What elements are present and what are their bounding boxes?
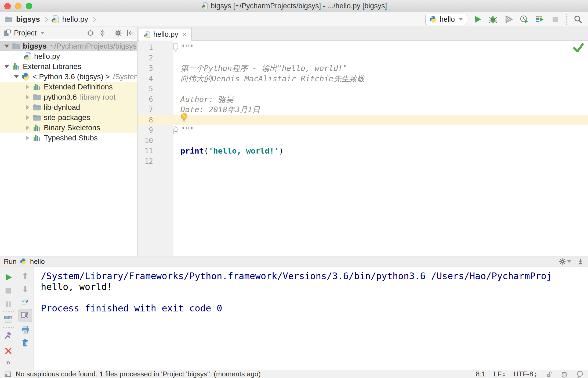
- line-number: 10: [137, 136, 173, 146]
- tree-item-python-3-6-bigsys[interactable]: < Python 3.6 (bigsys) >/System: [0, 72, 137, 82]
- editor-line-6[interactable]: 6Author: 骆昊: [137, 94, 588, 105]
- run-configuration-select[interactable]: hello: [425, 14, 467, 25]
- fold-marker-down-icon[interactable]: [172, 43, 179, 52]
- soft-wrap-button[interactable]: [21, 297, 30, 307]
- run-settings-button[interactable]: [558, 258, 571, 265]
- gear-icon[interactable]: [114, 29, 122, 37]
- close-window-button[interactable]: [4, 3, 11, 9]
- tree-item-label: lib-dynload: [44, 103, 80, 112]
- toolbar-separator: [110, 29, 110, 37]
- clear-console-button[interactable]: [21, 338, 30, 347]
- collapse-all-icon[interactable]: [98, 29, 106, 37]
- chevron-right-icon[interactable]: [23, 125, 33, 130]
- run-panel-title[interactable]: Run: [4, 257, 17, 266]
- editor-line-4[interactable]: 4向伟大的Dennis MacAlistair Ritchie先生致敬: [137, 74, 588, 84]
- zoom-window-button[interactable]: [26, 3, 32, 9]
- folder-icon: [33, 103, 41, 112]
- inspection-ok-check-icon[interactable]: [572, 42, 584, 53]
- tab-hello-py[interactable]: hello.py ✕: [139, 28, 192, 41]
- code-editor[interactable]: 1"""23第一个Python程序 - 输出"hello, world!"4向伟…: [137, 41, 588, 256]
- chevron-down-icon[interactable]: [11, 75, 21, 78]
- encoding-select[interactable]: UTF-8▲▼: [513, 370, 537, 378]
- chevron-down-icon[interactable]: [2, 45, 12, 48]
- tree-item-binary-skeletons[interactable]: Binary Skeletons: [0, 123, 137, 133]
- chevron-right-icon[interactable]: [23, 105, 33, 110]
- caret-position[interactable]: 8:1: [476, 370, 485, 378]
- editor-line-1[interactable]: 1""": [137, 42, 588, 53]
- editor-line-12[interactable]: 12: [137, 156, 588, 167]
- scroll-to-end-button[interactable]: [19, 309, 32, 322]
- project-tree: bigsys~/PycharmProjects/bigsyshello.pyEx…: [0, 39, 137, 256]
- intention-bulb-icon[interactable]: [179, 112, 189, 124]
- print-button[interactable]: [21, 325, 30, 335]
- run-button[interactable]: [472, 14, 482, 24]
- chevron-right-icon[interactable]: [23, 85, 33, 89]
- tree-item-label: < Python 3.6 (bigsys) >: [32, 72, 110, 81]
- fold-marker-up-icon[interactable]: [172, 126, 179, 135]
- tree-item-typeshed-stubs[interactable]: Typeshed Stubs: [0, 133, 137, 143]
- stop-process-button[interactable]: [4, 286, 13, 295]
- chevron-right-icon[interactable]: [23, 136, 33, 140]
- profiler-clock-icon: [519, 14, 529, 24]
- chevron-down-icon[interactable]: [40, 32, 45, 34]
- inspector-profile-icon[interactable]: [561, 370, 568, 378]
- tree-item-hello-py[interactable]: hello.py: [0, 51, 137, 61]
- chevron-right-icon[interactable]: [23, 115, 33, 120]
- tree-item-python3-6[interactable]: python3.6library root: [0, 92, 137, 102]
- rerun-button[interactable]: [4, 273, 13, 282]
- tree-item-bigsys[interactable]: bigsys~/PycharmProjects/bigsys: [0, 41, 137, 51]
- editor-line-8[interactable]: 8: [137, 115, 588, 125]
- breadcrumb-file[interactable]: hello.py: [62, 15, 88, 24]
- chevron-down-icon[interactable]: [2, 65, 12, 68]
- close-run-panel-button[interactable]: [4, 346, 13, 355]
- chevron-right-icon[interactable]: [23, 95, 33, 100]
- show-console-button[interactable]: [4, 315, 13, 324]
- locate-icon[interactable]: [86, 29, 95, 37]
- next-occurrence-button[interactable]: [21, 285, 30, 294]
- editor-line-5[interactable]: 5: [137, 84, 588, 94]
- chevron-down-icon: [459, 18, 463, 21]
- breadcrumb-project[interactable]: bigsys: [16, 15, 40, 24]
- tree-item-label: Extended Definitions: [44, 83, 113, 91]
- code-segment: 向伟大的Dennis MacAlistair Ritchie先生致敬: [180, 74, 365, 83]
- status-bar: No suspicious code found. 1 files proces…: [0, 370, 588, 378]
- event-log-bubble-icon[interactable]: [576, 370, 584, 378]
- hide-tool-window-icon[interactable]: [577, 258, 584, 265]
- folder-icon: [12, 42, 20, 50]
- line-separator-select[interactable]: LF▲▼: [493, 370, 505, 378]
- prev-occurrence-button[interactable]: [21, 271, 30, 280]
- concurrency-diagram-button[interactable]: [535, 14, 545, 24]
- editor-line-11[interactable]: 11print('hello, world!'): [137, 146, 588, 156]
- close-tab-icon[interactable]: ✕: [182, 31, 187, 38]
- run-configuration-name: hello: [440, 15, 455, 24]
- profiler-button[interactable]: [519, 14, 529, 24]
- run-console-output[interactable]: /System/Library/Frameworks/Python.framew…: [34, 267, 588, 370]
- editor-line-7[interactable]: 7Date: 2018年3月1日: [137, 104, 588, 115]
- python-icon: [21, 72, 30, 81]
- pause-output-button[interactable]: [4, 300, 13, 309]
- more-actions-button[interactable]: »: [6, 358, 10, 367]
- search-everywhere-button[interactable]: [573, 14, 583, 24]
- tree-item-hint: /System: [113, 72, 137, 81]
- pause-icon: [4, 300, 13, 309]
- tree-item-site-packages[interactable]: site-packages: [0, 112, 137, 123]
- editor-line-9[interactable]: 9""": [137, 125, 588, 136]
- line-number: 12: [137, 156, 173, 167]
- run-tab-label[interactable]: hello: [30, 257, 45, 266]
- tree-item-lib-dynload[interactable]: lib-dynload: [0, 102, 137, 112]
- unlock-icon[interactable]: [545, 370, 553, 378]
- status-message[interactable]: No suspicious code found. 1 files proces…: [16, 370, 261, 378]
- hide-panel-icon[interactable]: [126, 29, 134, 37]
- editor-line-3[interactable]: 3第一个Python程序 - 输出"hello, world!": [137, 63, 588, 74]
- editor-line-2[interactable]: 2: [137, 53, 588, 63]
- minimize-window-button[interactable]: [15, 3, 21, 9]
- tool-window-toggle-icon[interactable]: [4, 371, 11, 378]
- run-with-coverage-button[interactable]: [503, 14, 514, 24]
- editor-line-10[interactable]: 10: [137, 136, 588, 146]
- pin-tab-button[interactable]: [4, 331, 13, 340]
- tree-item-extended-definitions[interactable]: Extended Definitions: [0, 82, 137, 92]
- tree-item-external-libraries[interactable]: External Libraries: [0, 61, 137, 72]
- stop-button[interactable]: [550, 14, 560, 24]
- project-panel-title[interactable]: Project: [14, 29, 37, 37]
- debug-button[interactable]: [488, 14, 498, 24]
